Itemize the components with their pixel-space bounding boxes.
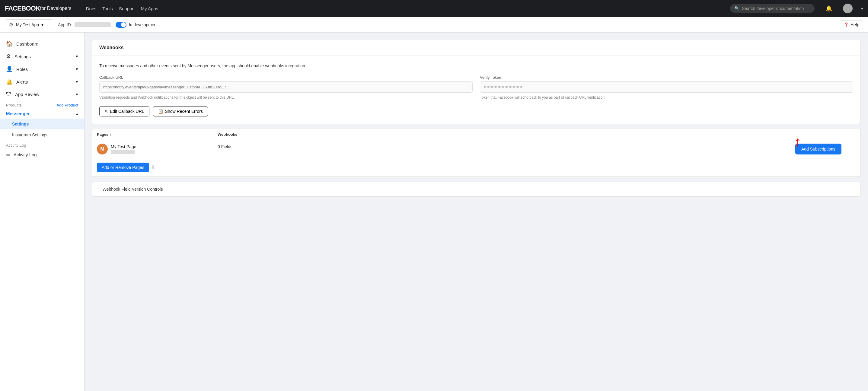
info-icon[interactable]: ℹ xyxy=(152,164,154,170)
pages-table-card: Pages ↑ Webhooks M My Test Page 0 F xyxy=(92,129,861,177)
nav-links: Docs Tools Support My Apps xyxy=(86,6,158,11)
sort-icon: ↑ xyxy=(110,132,112,137)
add-product-link[interactable]: Add Product xyxy=(56,103,78,107)
chevron-down-icon: ▾ xyxy=(76,92,78,97)
sidebar-item-dashboard[interactable]: 🏠 Dashboard xyxy=(0,37,84,50)
search-icon: 🔍 xyxy=(734,6,739,11)
app-selector-dropdown[interactable]: ⚙ My Test App ▾ xyxy=(5,19,53,30)
app-id-label: App ID: xyxy=(58,22,72,27)
main-content: Webhooks To receive messages and other e… xyxy=(85,33,868,204)
add-subscriptions-button[interactable]: Add Subscriptions xyxy=(795,143,841,155)
sidebar: 🏠 Dashboard ⚙ Settings ▾ 👤 Roles ▾ 🔔 Ale… xyxy=(0,33,85,204)
status-label: In development xyxy=(129,22,158,27)
activity-log-section: Activity Log xyxy=(0,140,84,149)
sidebar-label-alerts: Alerts xyxy=(16,79,28,85)
sidebar-label-settings: Settings xyxy=(14,54,31,59)
show-recent-errors-button[interactable]: 📋 Show Recent Errors xyxy=(153,106,208,117)
fields-dash: — xyxy=(218,149,795,154)
add-subscriptions-cell: Add Subscriptions ↑ xyxy=(795,143,856,155)
notification-bell-icon[interactable]: 🔔 xyxy=(826,5,832,12)
help-label: Help xyxy=(850,22,859,27)
products-section: Products Add Product xyxy=(0,100,84,108)
app-name: My Test App xyxy=(16,22,39,27)
fields-cell: 0 Fields — xyxy=(218,144,795,154)
webhooks-title: Webhooks xyxy=(99,45,124,50)
search-input[interactable] xyxy=(742,6,810,11)
sidebar-label-dashboard: Dashboard xyxy=(16,41,38,46)
version-controls-label: Webhook Field Version Controls xyxy=(103,187,163,192)
messenger-label: Messenger xyxy=(6,111,30,116)
webhooks-column-header: Webhooks xyxy=(218,132,795,137)
sidebar-item-settings[interactable]: ⚙ Settings ▾ xyxy=(0,50,84,63)
webhooks-description: To receive messages and other events sen… xyxy=(99,63,853,69)
chevron-down-icon: ▾ xyxy=(76,54,78,59)
dev-toggle[interactable]: In development xyxy=(116,22,158,28)
facebook-logo: FACEBOOK for Developers xyxy=(5,4,71,12)
fields-count: 0 Fields xyxy=(218,144,795,149)
table-header: Pages ↑ Webhooks xyxy=(92,129,861,140)
page-name: My Test Page xyxy=(111,144,136,149)
webhook-version-controls[interactable]: › Webhook Field Version Controls xyxy=(92,182,861,197)
sidebar-item-roles[interactable]: 👤 Roles ▾ xyxy=(0,63,84,75)
top-navigation: FACEBOOK for Developers Docs Tools Suppo… xyxy=(0,0,868,17)
sidebar-item-messenger[interactable]: Messenger ▴ xyxy=(0,108,84,119)
nav-tools[interactable]: Tools xyxy=(102,6,113,11)
sidebar-item-messenger-settings[interactable]: Settings xyxy=(0,119,84,129)
for-developers-label: for Developers xyxy=(40,6,71,11)
webhooks-card-body: To receive messages and other events sen… xyxy=(92,56,861,124)
sidebar-label-app-review: App Review xyxy=(15,92,39,97)
table-actions: Add or Remove Pages ℹ xyxy=(92,158,861,176)
nav-docs[interactable]: Docs xyxy=(86,6,96,11)
help-button[interactable]: ❓ Help xyxy=(840,20,863,29)
chevron-down-icon[interactable]: ▾ xyxy=(861,6,863,11)
gear-icon: ⚙ xyxy=(9,22,13,28)
sidebar-item-app-review[interactable]: 🛡 App Review ▾ xyxy=(0,88,84,100)
webhooks-card-header: Webhooks xyxy=(92,40,861,56)
list-icon: ☰ xyxy=(6,152,10,157)
page-info: M My Test Page xyxy=(97,143,218,155)
products-label: Products xyxy=(6,103,22,107)
sidebar-item-instagram-settings[interactable]: Instagram Settings xyxy=(0,129,84,140)
bell-icon: 🔔 xyxy=(6,78,13,85)
webhook-form-row: Callback URL Validation requests and Web… xyxy=(99,75,853,100)
shield-icon: 🛡 xyxy=(6,91,11,97)
page-avatar: M xyxy=(97,143,108,155)
callback-url-group: Callback URL Validation requests and Web… xyxy=(99,75,473,100)
nav-support[interactable]: Support xyxy=(119,6,135,11)
callback-url-hint: Validation requests and Webhook notifica… xyxy=(99,95,473,100)
sidebar-label-activity-log: Activity Log xyxy=(13,152,37,157)
roles-icon: 👤 xyxy=(6,66,13,72)
sub-header: ⚙ My Test App ▾ App ID: In development ❓… xyxy=(0,17,868,33)
verify-token-hint: Token that Facebook will echo back to yo… xyxy=(480,95,853,100)
nav-my-apps[interactable]: My Apps xyxy=(141,6,158,11)
verify-token-group: Verify Token Token that Facebook will ec… xyxy=(480,75,853,100)
chevron-down-icon: ▾ xyxy=(76,66,78,72)
clipboard-icon: 📋 xyxy=(158,109,163,114)
verify-token-input[interactable] xyxy=(480,82,853,93)
sidebar-label-roles: Roles xyxy=(16,67,28,72)
chevron-down-icon: ▾ xyxy=(76,79,78,85)
table-row: M My Test Page 0 Fields — Add Subscripti… xyxy=(92,140,861,158)
app-id-value xyxy=(74,22,111,27)
activity-log-section-label: Activity Log xyxy=(6,143,26,148)
sidebar-item-alerts[interactable]: 🔔 Alerts ▾ xyxy=(0,75,84,88)
callback-url-label: Callback URL xyxy=(99,75,473,79)
show-errors-label: Show Recent Errors xyxy=(165,109,203,114)
avatar[interactable] xyxy=(843,4,852,13)
edit-callback-url-button[interactable]: ✎ Edit Callback URL xyxy=(99,106,149,117)
callback-url-input[interactable] xyxy=(99,82,473,93)
home-icon: 🏠 xyxy=(6,40,13,47)
pages-column-header[interactable]: Pages ↑ xyxy=(97,132,218,137)
app-id-section: App ID: xyxy=(58,22,111,27)
search-bar[interactable]: 🔍 xyxy=(730,4,814,13)
pages-col-label: Pages xyxy=(97,132,108,137)
webhooks-card: Webhooks To receive messages and other e… xyxy=(92,40,861,124)
page-name-detail: My Test Page xyxy=(111,144,136,154)
chevron-up-icon: ▴ xyxy=(76,111,78,116)
add-remove-pages-button[interactable]: Add or Remove Pages xyxy=(97,163,149,172)
edit-callback-label: Edit Callback URL xyxy=(110,109,144,114)
sidebar-item-activity-log[interactable]: ☰ Activity Log xyxy=(0,149,84,160)
actions-column-header xyxy=(795,132,856,137)
edit-icon: ✎ xyxy=(104,109,108,114)
toggle-switch[interactable] xyxy=(116,22,126,28)
